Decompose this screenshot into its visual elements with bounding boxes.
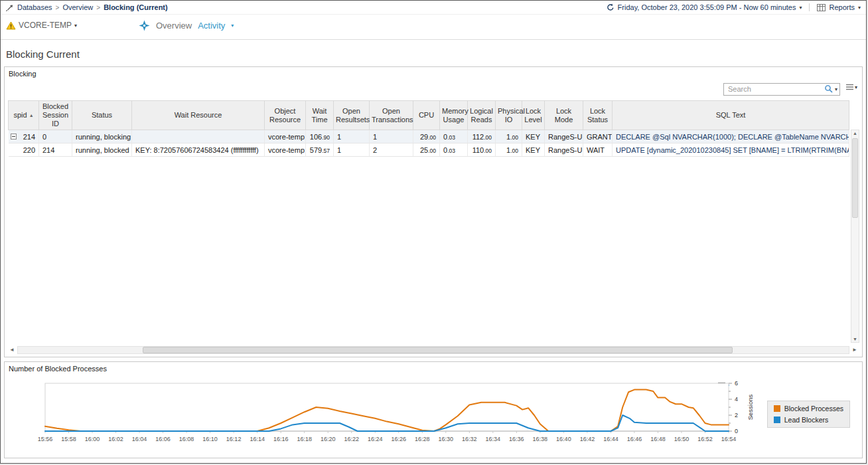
legend-label: Lead Blockers xyxy=(784,416,829,424)
column-header-lock_status[interactable]: Lock Status xyxy=(583,101,613,130)
svg-text:6: 6 xyxy=(735,380,738,387)
cell-status: running, blocking xyxy=(72,130,132,143)
search-box: ▾ xyxy=(723,82,840,95)
column-header-wait_time[interactable]: Wait Time xyxy=(306,101,334,130)
reports-button[interactable]: Reports xyxy=(829,3,855,11)
separator xyxy=(809,3,810,11)
column-header-wait_resource[interactable]: Wait Resource xyxy=(132,101,265,130)
column-header-open_resultsets[interactable]: Open Resultsets xyxy=(334,101,370,130)
scroll-left-icon[interactable]: ◄ xyxy=(7,345,17,355)
cell-cpu: 25.00 xyxy=(413,143,440,157)
cell-wait_time: 579.57 xyxy=(306,143,334,157)
cell-cpu: 29.00 xyxy=(413,130,440,143)
horizontal-scroll-track[interactable] xyxy=(17,346,849,354)
chevron-down-icon: ▾ xyxy=(855,84,857,90)
breadcrumb: Databases > Overview > Blocking (Current… xyxy=(6,3,168,11)
svg-text:16:54: 16:54 xyxy=(721,436,737,442)
svg-text:16:04: 16:04 xyxy=(132,436,147,442)
cell-lock_status: WAIT xyxy=(583,143,613,157)
panel-title: Blocking xyxy=(9,70,36,78)
horizontal-scrollbar[interactable]: ◄ ► xyxy=(7,345,859,355)
svg-text:16:18: 16:18 xyxy=(297,436,312,442)
lead-blockers-swatch xyxy=(774,417,780,423)
chevron-down-icon[interactable]: ▾ xyxy=(231,23,234,29)
legend-item-blocked-processes: Blocked Processes xyxy=(774,405,843,413)
column-header-status[interactable]: Status xyxy=(72,101,132,130)
scroll-up-icon[interactable]: ▲ xyxy=(851,131,859,136)
column-header-sql_text[interactable]: SQL Text xyxy=(613,101,849,130)
vertical-scrollbar[interactable]: ▲ ▼ xyxy=(851,130,859,343)
page-title: Blocking Current xyxy=(1,40,866,65)
svg-text:16:42: 16:42 xyxy=(580,436,595,442)
cell-blocked_session_id: 214 xyxy=(39,143,72,157)
collapse-row-icon[interactable] xyxy=(11,134,17,140)
warning-icon xyxy=(6,21,16,30)
cell-wait_time: 106.90 xyxy=(306,130,334,143)
cell-blocked_session_id: 0 xyxy=(39,130,72,143)
chevron-down-icon[interactable]: ▾ xyxy=(74,23,77,29)
sort-asc-icon: ▲ xyxy=(29,113,34,118)
cell-wait_resource: KEY: 8:72057606724583424 (ffffffffffff) xyxy=(132,143,265,157)
svg-text:16:22: 16:22 xyxy=(344,436,359,442)
column-header-lock_level[interactable]: Lock Level xyxy=(522,101,545,130)
chevron-down-icon[interactable]: ▾ xyxy=(835,86,837,92)
svg-text:16:32: 16:32 xyxy=(462,436,477,442)
panel-menu-icon[interactable]: ▾ xyxy=(846,84,857,90)
app-window: Databases > Overview > Blocking (Current… xyxy=(0,0,867,464)
breadcrumb-separator: > xyxy=(96,4,100,11)
svg-text:4: 4 xyxy=(735,396,738,403)
legend-item-lead-blockers: Lead Blockers xyxy=(774,416,843,424)
cell-lock_mode: RangeS-U xyxy=(545,130,583,143)
legend-label: Blocked Processes xyxy=(784,405,843,413)
breadcrumb-overview[interactable]: Overview xyxy=(62,3,93,11)
column-header-spid[interactable]: spid▲ xyxy=(9,101,39,130)
column-header-cpu[interactable]: CPU xyxy=(413,101,440,130)
svg-text:16:34: 16:34 xyxy=(486,436,501,442)
time-refresh-icon xyxy=(607,3,615,11)
vertical-scroll-thumb[interactable] xyxy=(852,138,858,218)
cell-open_resultsets: 1 xyxy=(334,143,370,157)
page-nav: Overview Activity ▾ xyxy=(139,20,234,31)
cell-open_transactions: 1 xyxy=(370,130,413,143)
column-header-physical_io[interactable]: Physical IO xyxy=(496,101,522,130)
tab-overview[interactable]: Overview xyxy=(156,21,192,31)
scroll-down-icon[interactable]: ▼ xyxy=(851,337,859,341)
tab-activity[interactable]: Activity xyxy=(198,21,225,31)
cell-object_resource: vcore-temp xyxy=(265,130,306,143)
search-icon[interactable] xyxy=(824,84,833,94)
panel-title: Number of Blocked Processes xyxy=(9,365,107,373)
svg-text:16:50: 16:50 xyxy=(674,436,689,442)
horizontal-scroll-thumb[interactable] xyxy=(143,347,733,353)
table-row[interactable]: 2140running, blockingvcore-temp106.90112… xyxy=(9,130,849,143)
cell-sql_text: DECLARE @Sql NVARCHAR(1000); DECLARE @Ta… xyxy=(613,130,849,143)
column-header-logical_reads[interactable]: Logical Reads xyxy=(468,101,496,130)
svg-text:16:02: 16:02 xyxy=(108,436,123,442)
time-range-selector[interactable]: Friday, October 23, 2020 3:55:09 PM - No… xyxy=(618,3,796,11)
column-header-memory_usage[interactable]: Memory Usage xyxy=(440,101,468,130)
scroll-right-icon[interactable]: ► xyxy=(850,345,859,355)
overview-icon xyxy=(139,20,150,31)
blocking-panel: Blocking ▾ ▾ spid▲Blocked Session IDStat… xyxy=(4,66,863,357)
column-header-lock_mode[interactable]: Lock Mode xyxy=(545,101,583,130)
table-row[interactable]: 220214running, blockedKEY: 8:72057606724… xyxy=(9,143,849,157)
column-header-object_resource[interactable]: Object Resource xyxy=(265,101,306,130)
column-header-open_transactions[interactable]: Open Transactions xyxy=(370,101,413,130)
svg-text:16:20: 16:20 xyxy=(321,436,336,442)
svg-text:16:12: 16:12 xyxy=(226,436,242,442)
chevron-down-icon[interactable]: ▾ xyxy=(799,5,802,11)
search-input[interactable] xyxy=(723,83,840,96)
reports-icon xyxy=(817,4,826,11)
instance-selector[interactable]: VCORE-TEMP ▾ xyxy=(6,21,77,30)
svg-text:16:40: 16:40 xyxy=(556,436,571,442)
breadcrumb-databases[interactable]: Databases xyxy=(17,3,52,11)
column-header-blocked_session_id[interactable]: Blocked Session ID xyxy=(39,101,72,130)
chart-area: 15:5615:5816:0016:0216:0416:0616:0816:10… xyxy=(8,378,764,455)
svg-text:16:46: 16:46 xyxy=(627,436,642,442)
breadcrumb-separator: > xyxy=(56,4,60,11)
svg-text:16:28: 16:28 xyxy=(415,436,430,442)
svg-text:16:26: 16:26 xyxy=(391,436,406,442)
chevron-down-icon[interactable]: ▾ xyxy=(858,5,861,11)
cell-memory_usage: 0.03 xyxy=(440,130,468,143)
breadcrumb-current: Blocking (Current) xyxy=(104,3,168,11)
svg-text:0: 0 xyxy=(735,428,738,434)
